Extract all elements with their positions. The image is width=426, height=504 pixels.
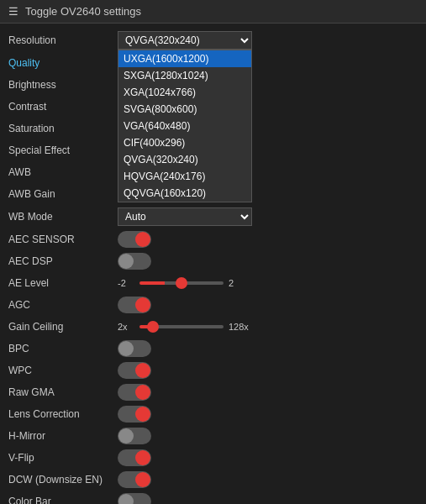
dropdown-option[interactable]: UXGA(1600x1200) bbox=[118, 50, 251, 67]
settings-panel: Resolution QVGA(320x240) UXGA(1600x1200)… bbox=[0, 24, 426, 504]
resolution-dropdown[interactable]: UXGA(1600x1200) SXGA(1280x1024) XGA(1024… bbox=[118, 50, 252, 202]
label-v-flip: V-Flip bbox=[8, 452, 118, 464]
toggle-h-mirror[interactable] bbox=[118, 428, 151, 444]
toggle-raw-gma[interactable] bbox=[118, 384, 151, 401]
label-h-mirror: H-Mirror bbox=[8, 430, 118, 442]
dropdown-option[interactable]: XGA(1024x766) bbox=[118, 84, 251, 101]
gain-ceiling-slider-container: 2x 128x bbox=[118, 322, 418, 332]
resolution-wrapper: QVGA(320x240) UXGA(1600x1200) SXGA(1280x… bbox=[118, 31, 252, 50]
row-bpc: BPC bbox=[8, 338, 418, 360]
label-bpc: BPC bbox=[8, 343, 118, 354]
ae-level-slider[interactable] bbox=[139, 281, 224, 285]
row-color-bar: Color Bar bbox=[8, 491, 418, 504]
row-ae-level: AE Level -2 2 bbox=[8, 272, 418, 294]
label-aec-sensor: AEC SENSOR bbox=[8, 234, 118, 245]
label-agc: AGC bbox=[8, 299, 118, 311]
toggle-wpc[interactable] bbox=[118, 362, 151, 379]
dropdown-option[interactable]: QQVGA(160x120) bbox=[118, 185, 251, 202]
row-resolution: Resolution QVGA(320x240) UXGA(1600x1200)… bbox=[8, 29, 418, 52]
row-dcw: DCW (Downsize EN) bbox=[8, 469, 418, 491]
label-wpc: WPC bbox=[8, 365, 118, 376]
resolution-select[interactable]: QVGA(320x240) bbox=[118, 31, 252, 50]
dropdown-option[interactable]: HQVGA(240x176) bbox=[118, 168, 251, 185]
label-saturation: Saturation bbox=[8, 123, 118, 134]
toggle-color-bar[interactable] bbox=[118, 493, 151, 504]
toggle-aec-dsp[interactable] bbox=[118, 253, 151, 270]
toggle-lens-correction[interactable] bbox=[118, 406, 151, 423]
label-awb: AWB bbox=[8, 166, 118, 178]
dropdown-option[interactable]: VGA(640x480) bbox=[118, 118, 251, 134]
label-quality: Quality bbox=[8, 57, 118, 69]
toggle-agc[interactable] bbox=[118, 297, 151, 313]
toggle-bpc[interactable] bbox=[118, 340, 151, 357]
title-text: Toggle OV2640 settings bbox=[25, 5, 141, 18]
toggle-aec-sensor[interactable] bbox=[118, 231, 151, 248]
ae-level-slider-container: -2 2 bbox=[118, 278, 418, 288]
label-dcw: DCW (Downsize EN) bbox=[8, 474, 118, 486]
row-aec-dsp: AEC DSP bbox=[8, 250, 418, 272]
label-contrast: Contrast bbox=[8, 101, 118, 113]
toggle-v-flip[interactable] bbox=[118, 449, 151, 466]
hamburger-icon[interactable]: ☰ bbox=[8, 5, 18, 18]
toggle-dcw[interactable] bbox=[118, 471, 151, 488]
row-raw-gma: Raw GMA bbox=[8, 381, 418, 403]
dropdown-option[interactable]: SVGA(800x600) bbox=[118, 101, 251, 118]
ae-level-max: 2 bbox=[229, 278, 245, 288]
dropdown-option[interactable]: QVGA(320x240) bbox=[118, 151, 251, 168]
label-aec-dsp: AEC DSP bbox=[8, 255, 118, 267]
label-brightness: Brightness bbox=[8, 79, 118, 91]
dropdown-option[interactable]: CIF(400x296) bbox=[118, 134, 251, 151]
row-aec-sensor: AEC SENSOR bbox=[8, 228, 418, 250]
row-wpc: WPC bbox=[8, 360, 418, 381]
label-ae-level: AE Level bbox=[8, 277, 118, 289]
dropdown-option[interactable]: SXGA(1280x1024) bbox=[118, 67, 251, 84]
label-gain-ceiling: Gain Ceiling bbox=[8, 321, 118, 333]
label-lens-correction: Lens Correction bbox=[8, 408, 118, 420]
row-wb-mode: WB Mode Auto Sunny Cloudy Office Home bbox=[8, 205, 418, 228]
row-lens-correction: Lens Correction bbox=[8, 403, 418, 425]
label-raw-gma: Raw GMA bbox=[8, 386, 118, 398]
wb-mode-select[interactable]: Auto Sunny Cloudy Office Home bbox=[118, 207, 252, 226]
label-wb-mode: WB Mode bbox=[8, 211, 118, 223]
ae-level-min: -2 bbox=[118, 278, 134, 288]
row-gain-ceiling: Gain Ceiling 2x 128x bbox=[8, 316, 418, 338]
gain-ceiling-min: 2x bbox=[118, 322, 134, 332]
label-resolution: Resolution bbox=[8, 34, 118, 46]
row-v-flip: V-Flip bbox=[8, 447, 418, 469]
title-bar: ☰ Toggle OV2640 settings bbox=[0, 0, 426, 24]
gain-ceiling-max: 128x bbox=[229, 322, 249, 332]
row-h-mirror: H-Mirror bbox=[8, 425, 418, 447]
row-agc: AGC bbox=[8, 294, 418, 316]
label-color-bar: Color Bar bbox=[8, 496, 118, 504]
label-special-effect: Special Effect bbox=[8, 144, 118, 156]
label-awb-gain: AWB Gain bbox=[8, 188, 118, 200]
gain-ceiling-slider[interactable] bbox=[139, 325, 224, 328]
